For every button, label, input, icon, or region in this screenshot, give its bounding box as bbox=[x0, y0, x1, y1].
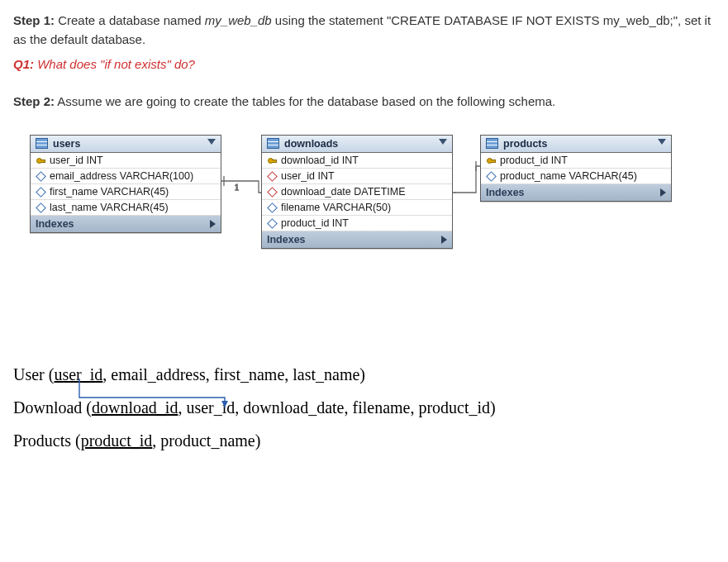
svg-text:1: 1 bbox=[235, 183, 239, 192]
rel-key: download_id bbox=[92, 398, 178, 417]
diamond-icon bbox=[267, 202, 277, 212]
entity-users: users user_id INT email_address VARCHAR(… bbox=[30, 135, 221, 233]
chevron-right-icon bbox=[441, 236, 447, 244]
column-row: email_address VARCHAR(100) bbox=[31, 169, 221, 184]
relation-user: User (user_id, email_address, first_name… bbox=[13, 358, 715, 391]
chevron-down-icon bbox=[207, 139, 216, 145]
column-row: product_id INT bbox=[481, 153, 671, 169]
entity-users-header[interactable]: users bbox=[31, 136, 221, 153]
indexes-label: Indexes bbox=[267, 234, 306, 245]
rel-text: Download ( bbox=[13, 398, 92, 417]
diamond-icon bbox=[267, 218, 277, 228]
column-text: product_id INT bbox=[281, 217, 349, 229]
step1-paragraph: Step 1: Create a database named my_web_d… bbox=[13, 12, 715, 49]
column-row: product_id INT bbox=[262, 216, 452, 231]
rel-text: , user_id, download_date, filename, prod… bbox=[178, 398, 495, 417]
column-text: filename VARCHAR(50) bbox=[281, 202, 391, 213]
entity-indexes-footer[interactable]: Indexes bbox=[481, 184, 671, 201]
entity-indexes-footer[interactable]: Indexes bbox=[31, 216, 221, 232]
column-row: download_id INT bbox=[262, 153, 452, 169]
rel-text: , product_name) bbox=[152, 431, 260, 450]
q1-text: What does "if not exists" do? bbox=[34, 57, 195, 71]
column-text: last_name VARCHAR(45) bbox=[50, 202, 169, 213]
step2-text: Assume we are going to create the tables… bbox=[55, 94, 555, 108]
column-row: last_name VARCHAR(45) bbox=[31, 200, 221, 216]
chevron-down-icon bbox=[658, 139, 666, 145]
step1-dbname: my_web_db bbox=[205, 13, 272, 27]
table-icon bbox=[36, 138, 48, 149]
entity-downloads-title: downloads bbox=[284, 138, 338, 150]
diamond-icon bbox=[486, 171, 496, 181]
key-icon bbox=[36, 155, 45, 165]
diamond-icon bbox=[36, 171, 45, 181]
rel-key: user_id bbox=[54, 365, 102, 383]
schema-diagram: 1 users user_id INT email_address VARCHA… bbox=[13, 126, 715, 341]
step2-paragraph: Step 2: Assume we are going to create th… bbox=[13, 93, 715, 112]
column-row: download_date DATETIME bbox=[262, 184, 452, 200]
entity-products: products product_id INT product_name VAR… bbox=[480, 135, 672, 202]
relation-download: Download (download_id, user_id, download… bbox=[13, 391, 715, 424]
column-text: first_name VARCHAR(45) bbox=[50, 186, 169, 198]
column-row: filename VARCHAR(50) bbox=[262, 200, 452, 216]
step1-text-a: Create a database named bbox=[55, 13, 205, 27]
key-icon bbox=[267, 155, 277, 165]
column-text: email_address VARCHAR(100) bbox=[50, 170, 193, 182]
column-text: user_id INT bbox=[281, 170, 335, 182]
step2-label: Step 2: bbox=[13, 94, 55, 108]
chevron-right-icon bbox=[660, 188, 666, 197]
step1-label: Step 1: bbox=[13, 13, 55, 27]
column-text: download_id INT bbox=[281, 155, 359, 166]
relation-products: Products (product_id, product_name) bbox=[13, 424, 715, 457]
indexes-label: Indexes bbox=[36, 218, 74, 230]
chevron-down-icon bbox=[439, 139, 447, 145]
entity-downloads-header[interactable]: downloads bbox=[262, 136, 452, 153]
diamond-icon bbox=[36, 187, 45, 197]
column-row: product_name VARCHAR(45) bbox=[481, 169, 671, 184]
column-text: product_name VARCHAR(45) bbox=[500, 170, 637, 182]
table-icon bbox=[267, 138, 279, 149]
entity-downloads: downloads download_id INT user_id INT do… bbox=[261, 135, 453, 249]
diamond-icon bbox=[36, 202, 45, 212]
rel-key: product_id bbox=[81, 431, 153, 450]
entity-users-title: users bbox=[53, 138, 80, 150]
entity-products-title: products bbox=[503, 138, 547, 150]
indexes-label: Indexes bbox=[486, 187, 525, 198]
q1-paragraph: Q1: What does "if not exists" do? bbox=[13, 57, 715, 71]
entity-indexes-footer[interactable]: Indexes bbox=[262, 231, 452, 248]
column-row: first_name VARCHAR(45) bbox=[31, 184, 221, 200]
entity-products-header[interactable]: products bbox=[481, 136, 671, 153]
relational-notation: User (user_id, email_address, first_name… bbox=[13, 358, 715, 457]
rel-text: Products ( bbox=[13, 431, 81, 450]
chevron-right-icon bbox=[210, 220, 216, 228]
diamond-icon bbox=[267, 171, 277, 181]
q1-label: Q1: bbox=[13, 57, 34, 71]
key-icon bbox=[486, 155, 496, 165]
rel-text: , email_address, first_name, last_name) bbox=[102, 365, 365, 383]
column-row: user_id INT bbox=[262, 169, 452, 184]
table-icon bbox=[486, 138, 498, 149]
column-text: user_id INT bbox=[50, 155, 103, 166]
column-text: download_date DATETIME bbox=[281, 186, 406, 198]
rel-text: User ( bbox=[13, 365, 54, 383]
column-row: user_id INT bbox=[31, 153, 221, 169]
diamond-icon bbox=[267, 187, 277, 197]
column-text: product_id INT bbox=[500, 155, 568, 166]
